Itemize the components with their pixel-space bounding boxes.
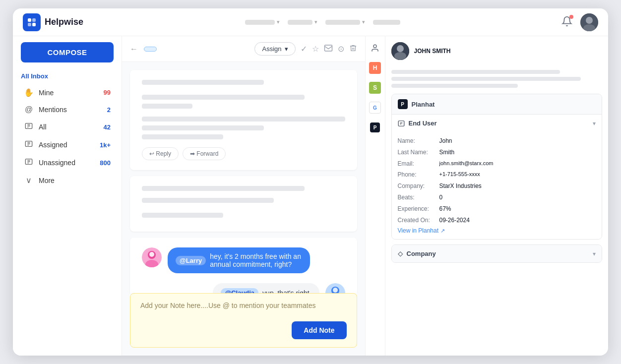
sidebar-item-more[interactable]: ∨ More [16,172,119,189]
shopify-icon[interactable]: S [367,80,383,96]
inbox-icon [24,122,34,132]
email-card: ↩ Reply ➡ Forward [130,70,357,170]
logo-icon [23,13,41,31]
svg-rect-23 [398,121,404,126]
field-created-on: Created On: 09-26-2024 [398,216,596,225]
toolbar-left: ← [130,45,157,54]
planhat-section-title-area: P Planhat [398,99,435,109]
nav-pill-reports[interactable]: ▾ [288,19,317,25]
message-text-1: hey, it's 2 months free with an annual c… [210,252,302,268]
hand-icon: ✋ [24,88,34,97]
end-user-icon [398,120,405,127]
planhat-section: P Planhat End User [391,94,603,240]
center-panel: ← Assign ▾ ✓ ☆ ⊙ [122,36,365,356]
skeleton-area-2 [142,186,345,207]
end-user-section: End User ▾ Name: John Last Name: Smi [392,114,602,239]
mentions-count: 2 [107,106,111,114]
trash-icon[interactable] [349,44,357,54]
nav-pills: ▾ ▾ ▾ [245,19,400,25]
main-body: COMPOSE All Inbox ✋ Mine 99 @ Mentions 2… [13,36,608,356]
unassigned-count: 800 [100,159,111,167]
google-icon[interactable]: G [367,100,383,116]
check-icon[interactable]: ✓ [301,44,307,54]
contact-skeleton-1 [391,70,560,74]
hubspot-icon[interactable]: H [367,60,383,76]
forward-button[interactable]: ➡ Forward [183,147,226,160]
message-row-1: @Larry hey, it's 2 months free with an a… [142,247,345,273]
created-on-value: 09-26-2024 [439,216,470,225]
sidebar-item-mentions-label: Mentions [39,106,102,114]
assign-button-label: Assign [262,45,281,53]
planhat-brand-icon: P [398,99,408,109]
sidebar-item-mine-label: Mine [39,89,99,97]
experience-label: Experience: [398,205,437,213]
message-bubble-2: @Claudia yup, that's right. [213,283,319,293]
assigned-icon [24,140,34,150]
sidebar-item-more-label: More [39,177,111,184]
svg-rect-3 [32,23,36,26]
sidebar-item-all[interactable]: All 42 [16,118,119,136]
sender-avatar-1 [142,247,162,267]
phone-label: Phone: [398,171,437,179]
sidebar: COMPOSE All Inbox ✋ Mine 99 @ Mentions 2… [13,36,122,356]
name-label: Name: [398,137,437,145]
compose-button[interactable]: COMPOSE [21,42,114,62]
chat-area: @Larry hey, it's 2 months free with an a… [130,238,357,293]
skeleton-card-2 [130,176,357,232]
sidebar-item-assigned[interactable]: Assigned 1k+ [16,136,119,154]
end-user-section-header[interactable]: End User ▾ [392,115,602,132]
user-avatar[interactable] [580,13,598,31]
all-inbox-label[interactable]: All Inbox [13,70,122,84]
reply-button[interactable]: ↩ Reply [142,147,179,160]
sidebar-item-mentions[interactable]: @ Mentions 2 [16,101,119,118]
sidebar-item-unassigned[interactable]: Unassigned 800 [16,154,119,172]
add-note-button[interactable]: Add Note [292,321,346,339]
svg-point-22 [394,52,406,60]
last-name-label: Last Name: [398,148,437,157]
view-in-planhat-text: View in Planhat [398,227,439,234]
all-count: 42 [104,123,111,131]
app-name: Helpwise [45,17,83,27]
back-button[interactable]: ← [130,45,138,54]
assigned-count: 1k+ [100,141,111,149]
svg-rect-10 [324,45,332,51]
skeleton-line-1 [142,95,305,100]
experience-value: 67% [439,205,451,213]
right-panel-wrapper: H S G P [365,36,609,356]
nav-pill-inbox[interactable]: ▾ [245,19,280,25]
sender-avatar-2 [325,283,345,293]
sidebar-item-assigned-label: Assigned [39,141,95,149]
email-actions: ↩ Reply ➡ Forward [142,147,345,160]
view-in-planhat-link[interactable]: View in Planhat ↗ [398,227,596,234]
nav-pill-settings[interactable] [373,20,400,25]
note-area[interactable]: Add your Note here....Use @ to mention y… [130,293,357,348]
note-placeholder: Add your Note here....Use @ to mention y… [140,302,347,309]
company-label: Company [407,250,436,257]
sidebar-item-unassigned-label: Unassigned [39,159,95,167]
beats-label: Beats: [398,193,437,202]
conversation-toolbar: ← Assign ▾ ✓ ☆ ⊙ [122,36,365,62]
field-last-name: Last Name: Smith [398,148,596,157]
sidebar-item-mine[interactable]: ✋ Mine 99 [16,84,119,101]
nav-pill-knowledge[interactable]: ▾ [325,19,365,25]
planhat-section-header[interactable]: P Planhat [392,94,602,114]
svg-point-5 [586,17,593,24]
tag-icon[interactable]: ⊙ [338,44,344,54]
assign-button[interactable]: Assign ▾ [254,42,295,56]
svg-rect-2 [28,23,31,26]
message-bubble-1: @Larry hey, it's 2 months free with an a… [168,247,310,273]
name-value: John [439,137,452,145]
toolbar-right: Assign ▾ ✓ ☆ ⊙ [254,42,357,56]
star-icon[interactable]: ☆ [312,44,319,54]
skeleton-line-2 [142,104,192,109]
planhat-side-icon[interactable]: P [367,120,383,135]
notification-bell[interactable] [561,16,572,29]
contact-info-icon[interactable] [367,40,383,56]
end-user-chevron-icon: ▾ [593,120,596,127]
svg-point-19 [373,45,376,48]
email-icon[interactable] [324,44,333,55]
svg-rect-1 [32,18,36,22]
contact-header: JOHN SMITH [391,42,603,64]
company-section-header[interactable]: ◇ Company ▾ [392,245,602,262]
sidebar-item-all-label: All [39,123,99,131]
